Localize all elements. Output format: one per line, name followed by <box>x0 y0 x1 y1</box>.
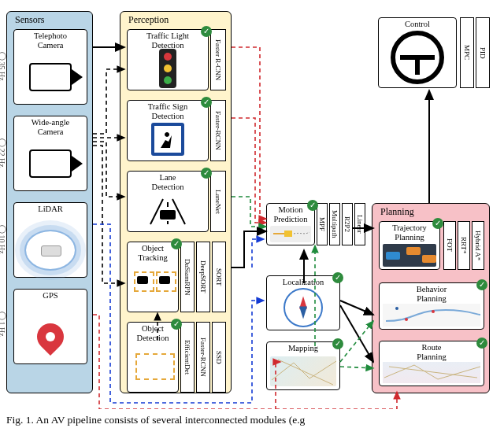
check-icon: ✓ <box>476 279 487 290</box>
check-icon: ✓ <box>171 238 182 249</box>
check-icon: ✓ <box>332 272 343 283</box>
check-icon: ✓ <box>432 218 443 229</box>
check-icon: ✓ <box>307 200 318 211</box>
check-icon: ✓ <box>201 97 212 108</box>
figure-caption: Fig. 1. An AV pipeline consists of sever… <box>6 414 305 426</box>
check-icon: ✓ <box>476 338 487 349</box>
check-icon: ✓ <box>332 338 343 349</box>
check-icon: ✓ <box>171 319 182 330</box>
check-icon: ✓ <box>201 168 212 179</box>
check-icon: ✓ <box>201 26 212 37</box>
